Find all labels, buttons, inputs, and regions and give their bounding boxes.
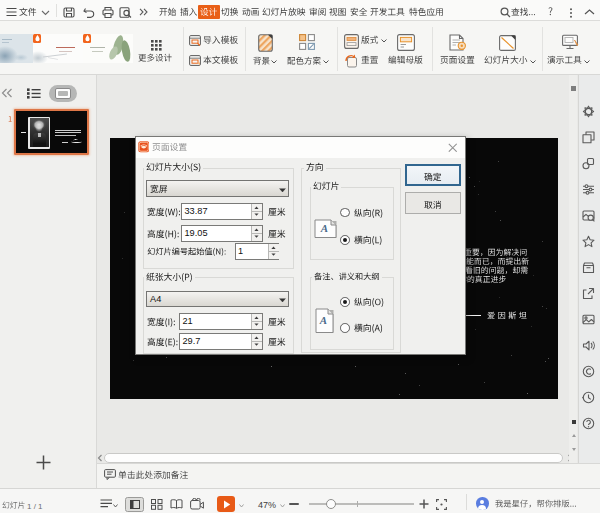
svg-text:A: A — [319, 221, 327, 233]
svg-text:A: A — [318, 313, 326, 325]
